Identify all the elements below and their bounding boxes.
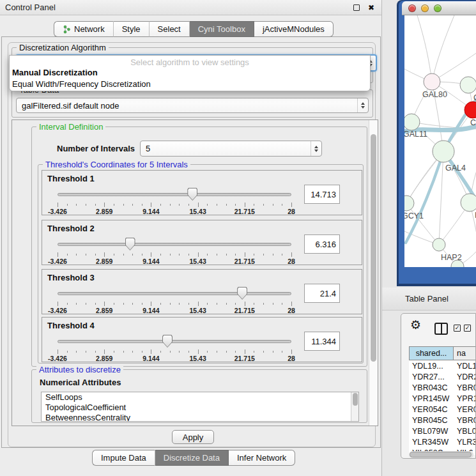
cell-shared-name: YPR145W [409, 394, 454, 403]
slider-ticks [58, 203, 291, 207]
apply-button[interactable]: Apply [172, 430, 214, 444]
cell-name: YBL0 [454, 427, 475, 436]
algorithm-option[interactable]: Manual Discretization [10, 67, 370, 79]
table-panel-titlebar: Table Panel [382, 288, 476, 311]
control-panel-titlebar: Control Panel ✖ [0, 0, 381, 15]
slider-handle[interactable] [187, 188, 197, 201]
table-row[interactable]: YDR27...YDR2 [409, 371, 475, 382]
algorithm-option[interactable]: Equal Width/Frequency Discretization [10, 79, 370, 90]
thresholds-group: Threshold's Coordinates for 5 Intervals … [38, 164, 364, 364]
tab-infer-network[interactable]: Infer Network [229, 450, 295, 466]
zoom-traffic-light-icon[interactable] [434, 4, 441, 12]
tab-label: Cyni Toolbox [198, 24, 245, 34]
threshold-value-field[interactable]: 6.316 [304, 234, 340, 254]
node-label: C [470, 118, 476, 127]
table-row[interactable]: YBR045CYBR0 [409, 415, 475, 426]
group-title: Attributes to discretize [36, 365, 123, 374]
combo-arrows-icon [357, 98, 368, 112]
bottom-tab-bar: Impute DataDiscretize DataInfer Network [92, 450, 295, 466]
horizontal-scrollbar[interactable] [409, 451, 473, 458]
tab-cyni-toolbox[interactable]: Cyni Toolbox [190, 21, 254, 37]
column-header-name[interactable]: na [454, 346, 475, 360]
dropdown-hint: Select algorithm to view settings [10, 56, 370, 67]
network-node[interactable] [433, 238, 445, 251]
numerical-attributes-list[interactable]: SelfLoopsTopologicalCoefficientBetweenne… [41, 392, 359, 422]
tab-jactivemnodules[interactable]: jActiveMNodules [254, 21, 334, 37]
attribute-item[interactable]: BetweennessCentrality [42, 413, 358, 422]
network-canvas[interactable]: GAL80GCGAL11GAL4GCY1HHAP2 [404, 15, 476, 267]
node-table: shared... na YDL19...YDL1YDR27...YDR2YBR… [409, 346, 475, 455]
table-row[interactable]: YBR043CYBR0 [409, 382, 475, 393]
threshold-panel: Threshold 2-3.4262.8599.14415.4321.71528… [42, 220, 362, 265]
table-panel-title: Table Panel [405, 294, 449, 303]
threshold-value-field[interactable]: 21.4 [304, 284, 340, 303]
slider-track [58, 340, 291, 343]
checked-checkbox-icon[interactable]: ✓ [454, 325, 461, 332]
cell-shared-name: YBR045C [409, 416, 454, 425]
tab-select[interactable]: Select [150, 21, 190, 37]
scrollbar-thumb[interactable] [353, 393, 358, 406]
cell-name: YER0 [454, 405, 475, 414]
scrollbar-thumb[interactable] [371, 134, 376, 362]
network-graph: GAL80GCGAL11GAL4GCY1HHAP2 [404, 15, 476, 267]
float-window-icon[interactable] [353, 4, 360, 11]
network-view-window: GAL80GCGAL11GAL4GCY1HHAP2 [397, 0, 476, 286]
tab-style[interactable]: Style [114, 21, 150, 37]
interval-definition-group: Interval Definition Number of Intervals … [31, 127, 367, 367]
threshold-value-field[interactable]: 14.713 [304, 185, 340, 204]
network-node[interactable] [404, 196, 414, 211]
cell-name: YDR2 [454, 372, 475, 381]
table-row[interactable]: YDL19...YDL1 [409, 360, 475, 371]
threshold-slider[interactable]: -3.4262.8599.14415.4321.71528 [58, 334, 291, 362]
minimize-traffic-light-icon[interactable] [421, 4, 429, 12]
network-node[interactable] [424, 73, 440, 90]
close-traffic-light-icon[interactable] [408, 4, 416, 12]
threshold-label: Threshold 4 [47, 321, 95, 330]
column-header-shared-name[interactable]: shared... [409, 346, 454, 360]
threshold-panel: Threshold 1-3.4262.8599.14415.4321.71528… [42, 170, 362, 215]
tab-discretize-data[interactable]: Discretize Data [155, 450, 229, 466]
close-icon[interactable]: ✖ [368, 4, 374, 12]
control-panel-window: Control Panel ✖ NetworkStyleSelectCyni T… [0, 0, 382, 476]
algorithm-dropdown-popup: Select algorithm to view settings Manual… [9, 55, 371, 91]
network-icon [63, 25, 71, 34]
threshold-slider[interactable]: -3.4262.8599.14415.4321.71528 [58, 187, 291, 215]
tab-network[interactable]: Network [54, 21, 114, 37]
tab-label: Discretize Data [164, 453, 220, 463]
checked-checkbox-icon[interactable]: ✓ [464, 325, 471, 332]
threshold-panel: Threshold 4-3.4262.8599.14415.4321.71528… [42, 317, 362, 362]
tab-label: Infer Network [237, 453, 286, 463]
network-node[interactable] [460, 77, 476, 93]
table-row[interactable]: YPR145WYPR1 [409, 393, 475, 404]
columns-icon[interactable] [434, 323, 448, 335]
scrollbar-thumb[interactable] [410, 452, 472, 457]
table-body: YDL19...YDL1YDR27...YDR2YBR043CYBR0YPR14… [409, 360, 475, 451]
attribute-item[interactable]: TopologicalCoefficient [42, 403, 358, 413]
attribute-item[interactable]: SelfLoops [42, 392, 358, 403]
slider-handle[interactable] [125, 238, 135, 250]
table-row[interactable]: YER054CYER0 [409, 404, 475, 415]
slider-handle[interactable] [237, 287, 247, 300]
gear-icon[interactable]: ⚙ [410, 319, 421, 331]
attributes-scrollbar[interactable] [351, 392, 358, 421]
threshold-value-field[interactable]: 11.344 [304, 332, 340, 351]
table-data-group: Table Data galFiltered.sif default node [12, 89, 373, 118]
number-of-intervals-select[interactable]: 5 [140, 141, 322, 157]
slider-handle[interactable] [162, 335, 173, 348]
discretize-data-panel: Discretization Algorithm Select algorith… [8, 42, 376, 447]
slider-track [58, 292, 291, 295]
threshold-slider[interactable]: -3.4262.8599.14415.4321.71528 [58, 237, 291, 265]
table-row[interactable]: YLR345WYLR3 [409, 436, 475, 447]
tab-impute-data[interactable]: Impute Data [92, 450, 155, 466]
network-node[interactable] [461, 194, 476, 211]
threshold-slider[interactable]: -3.4262.8599.14415.4321.71528 [58, 286, 291, 314]
table-row[interactable]: YBL079WYBL0 [409, 426, 475, 436]
group-title: Discretization Algorithm [17, 43, 109, 52]
network-node[interactable] [433, 141, 454, 162]
node-label: G [473, 93, 476, 102]
threshold-label: Threshold 2 [47, 224, 95, 233]
cell-name: YPR1 [454, 394, 475, 403]
table-data-select[interactable]: galFiltered.sif default node [16, 98, 369, 113]
vertical-scrollbar[interactable] [369, 120, 378, 426]
network-node[interactable] [404, 114, 420, 130]
